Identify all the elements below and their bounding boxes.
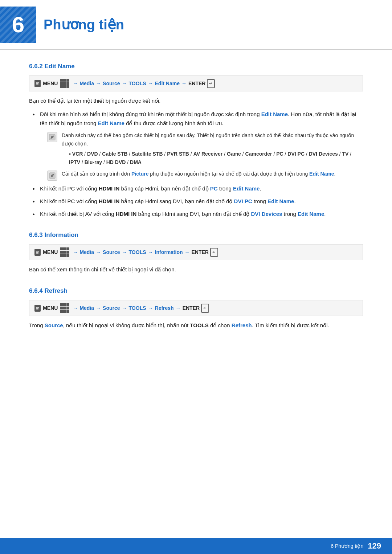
- menu-icon-663: m: [34, 249, 41, 256]
- bullet-662-2: Khi kết nối PC với cổng HDMI IN bằng cáp…: [33, 184, 363, 193]
- section-662-intro: Bạn có thể đặt lại tên một thiết bị nguồ…: [29, 97, 363, 106]
- note-pencil-icon-2: [47, 171, 57, 181]
- note-box-2: Cài đặt sẵn có trong trình đơn Picture p…: [47, 170, 363, 181]
- note-pencil-icon: [47, 132, 57, 142]
- bullet-662-1: Đôi khi màn hình sẽ hiển thị không đúng …: [33, 110, 363, 181]
- section-664-intro: Trong Source, nếu thiết bị ngoại vi khôn…: [29, 321, 363, 330]
- footer-chapter-text: 6 Phương tiện: [331, 542, 363, 550]
- nav-path-663: m MENU → Media → Source → TOOLS → Inform…: [29, 244, 363, 260]
- section-662-bullets: Đôi khi màn hình sẽ hiển thị không đúng …: [29, 110, 363, 218]
- sub-bullet-devices: VCR / DVD / Cable STB / Satellite STB / …: [69, 150, 363, 166]
- chapter-title: Phương tiện: [44, 14, 124, 36]
- chapter-header: 6 Phương tiện: [0, 0, 392, 50]
- nav-path-662: m MENU → Media → Source → TOOLS → Edit N…: [29, 75, 363, 91]
- section-663-intro: Bạn có thể xem thông tin chi tiết về thi…: [29, 265, 363, 274]
- footer: 6 Phương tiện 129: [0, 538, 392, 554]
- section-664-heading: 6.6.4 Refresh: [29, 286, 363, 296]
- enter-icon: ↵: [207, 79, 215, 88]
- bullet-662-4: Khi kết nối thiết bị AV với cổng HDMI IN…: [33, 210, 363, 219]
- nav-path-664: m MENU → Media → Source → TOOLS → Refres…: [29, 300, 363, 316]
- section-662-heading: 6.6.2 Edit Name: [29, 61, 363, 71]
- enter-icon-663: ↵: [210, 248, 218, 257]
- menu-icon-664: m: [34, 305, 41, 312]
- enter-icon-664: ↵: [201, 304, 209, 313]
- footer-page-number: 129: [368, 539, 381, 552]
- chapter-number: 6: [0, 7, 36, 43]
- section-663-heading: 6.6.3 Information: [29, 230, 363, 240]
- note-box-1: Danh sách này có thể bao gồm các thiết b…: [47, 131, 363, 166]
- bullet-662-3: Khi kết nối PC với cổng HDMI IN bằng cáp…: [33, 197, 363, 206]
- content-area: 6.6.2 Edit Name m MENU → Media → Source …: [0, 61, 392, 356]
- menu-icon: m: [34, 80, 41, 87]
